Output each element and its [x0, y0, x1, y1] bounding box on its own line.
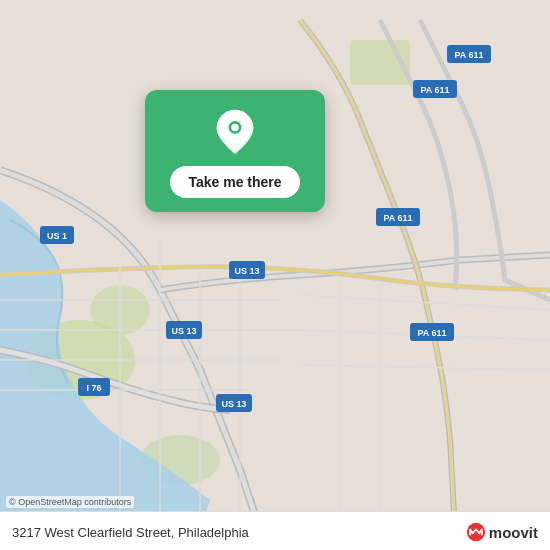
svg-text:US 13: US 13: [234, 266, 259, 276]
svg-text:US 13: US 13: [221, 399, 246, 409]
svg-text:PA 611: PA 611: [420, 85, 449, 95]
moovit-label: moovit: [489, 524, 538, 541]
svg-text:I 76: I 76: [86, 383, 101, 393]
address-text: 3217 West Clearfield Street, Philadelphi…: [12, 525, 249, 540]
svg-text:PA 611: PA 611: [417, 328, 446, 338]
svg-text:PA 611: PA 611: [454, 50, 483, 60]
take-me-there-button[interactable]: Take me there: [170, 166, 299, 198]
svg-text:PA 611: PA 611: [383, 213, 412, 223]
location-pin-icon: [211, 108, 259, 156]
bottom-bar: 3217 West Clearfield Street, Philadelphi…: [0, 511, 550, 550]
svg-point-38: [231, 124, 238, 131]
svg-text:US 13: US 13: [171, 326, 196, 336]
map-background: US 1 US 13 US 13 US 13 I 76 PA 611 PA 61…: [0, 0, 550, 550]
osm-attribution: © OpenStreetMap contributors: [6, 496, 134, 508]
moovit-logo: moovit: [466, 522, 538, 542]
svg-text:US 1: US 1: [47, 231, 67, 241]
moovit-icon: [466, 522, 486, 542]
location-card: Take me there: [145, 90, 325, 212]
map-container: US 1 US 13 US 13 US 13 I 76 PA 611 PA 61…: [0, 0, 550, 550]
